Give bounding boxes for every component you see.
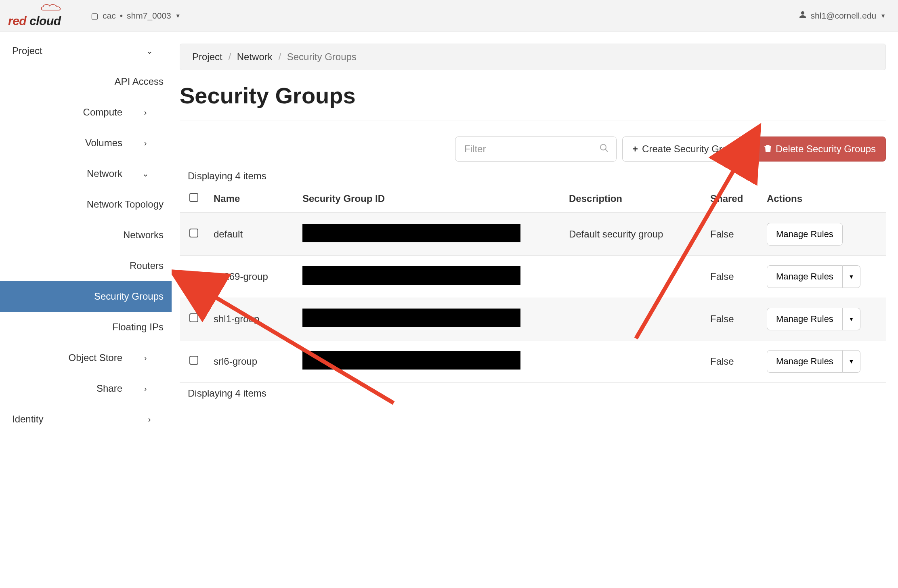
cell-name[interactable]: srl6-group: [208, 340, 297, 383]
actions-dropdown-button[interactable]: ▼: [843, 308, 860, 330]
sidebar: Project ⌄ API Access Compute › Volumes ›…: [0, 32, 172, 588]
sidebar-label: Networks: [123, 229, 164, 241]
sidebar-project[interactable]: Project ⌄: [0, 36, 172, 66]
topbar: red cloud ▢ cac • shm7_0003 ▼ shl1@corne…: [0, 0, 898, 32]
sidebar-object-store[interactable]: Object Store ›: [0, 342, 172, 373]
sidebar-label: Compute: [83, 107, 122, 118]
toolbar: + Create Security Group Delete Security …: [180, 136, 886, 162]
cell-id: [297, 256, 563, 298]
cell-shared: False: [705, 340, 761, 383]
trash-icon: [764, 143, 772, 155]
caret-down-icon: ▼: [175, 13, 181, 19]
displaying-count-bottom: Displaying 4 items: [188, 388, 886, 399]
sidebar-label: API Access: [115, 76, 164, 87]
svg-line-1: [605, 149, 608, 152]
security-groups-table: Name Security Group ID Description Share…: [180, 185, 886, 383]
sidebar-identity[interactable]: Identity ›: [0, 404, 172, 435]
button-label: Delete Security Groups: [776, 143, 876, 155]
delete-security-groups-button[interactable]: Delete Security Groups: [754, 136, 886, 162]
col-shared[interactable]: Shared: [705, 185, 761, 213]
row-checkbox[interactable]: [189, 313, 198, 322]
manage-rules-button[interactable]: Manage Rules: [767, 308, 843, 330]
cell-actions: Manage Rules▼: [761, 256, 886, 298]
cell-shared: False: [705, 298, 761, 340]
displaying-count-top: Displaying 4 items: [188, 170, 886, 182]
cell-name[interactable]: kb269-group: [208, 256, 297, 298]
breadcrumb-network[interactable]: Network: [237, 51, 273, 62]
chevron-right-icon: ›: [139, 415, 159, 424]
create-security-group-button[interactable]: + Create Security Group: [622, 136, 749, 162]
cell-name[interactable]: default: [208, 213, 297, 256]
actions-dropdown-button[interactable]: ▼: [843, 265, 860, 288]
cell-description: [563, 256, 705, 298]
col-actions: Actions: [761, 185, 886, 213]
sidebar-label: Network: [87, 168, 122, 179]
project-selector[interactable]: ▢ cac • shm7_0003 ▼: [91, 11, 181, 21]
caret-down-icon: ▼: [880, 13, 886, 19]
main-content: Project / Network / Security Groups Secu…: [172, 32, 898, 588]
sidebar-label: Security Groups: [94, 291, 164, 302]
project-prefix: cac: [103, 11, 116, 21]
cell-actions: Manage Rules▼: [761, 298, 886, 340]
chevron-down-icon: ⌄: [135, 169, 155, 178]
sidebar-compute[interactable]: Compute ›: [0, 97, 172, 128]
select-all-checkbox[interactable]: [189, 193, 198, 202]
user-menu[interactable]: shl1@cornell.edu ▼: [799, 10, 890, 21]
sidebar-security-groups[interactable]: Security Groups: [0, 281, 172, 312]
page-title: Security Groups: [180, 82, 886, 109]
manage-rules-button[interactable]: Manage Rules: [767, 265, 843, 288]
breadcrumb-project[interactable]: Project: [192, 51, 222, 62]
search-icon[interactable]: [600, 144, 608, 155]
table-row: srl6-groupFalseManage Rules▼: [180, 340, 886, 383]
cell-shared: False: [705, 256, 761, 298]
button-label: Create Security Group: [642, 143, 739, 155]
chevron-right-icon: ›: [135, 353, 155, 363]
row-checkbox[interactable]: [189, 273, 198, 282]
sidebar-label: Project: [12, 45, 42, 57]
col-description[interactable]: Description: [563, 185, 705, 213]
domain-icon: ▢: [91, 11, 99, 21]
sidebar-api-access[interactable]: API Access: [0, 66, 172, 97]
col-name[interactable]: Name: [208, 185, 297, 213]
caret-down-icon: ▼: [848, 273, 854, 280]
row-checkbox[interactable]: [189, 229, 198, 237]
breadcrumb: Project / Network / Security Groups: [180, 44, 886, 70]
caret-down-icon: ▼: [848, 316, 854, 322]
sidebar-share[interactable]: Share ›: [0, 373, 172, 404]
sidebar-volumes[interactable]: Volumes ›: [0, 128, 172, 158]
sidebar-label: Floating IPs: [112, 321, 164, 333]
logo[interactable]: red cloud: [8, 4, 71, 28]
sidebar-floating-ips[interactable]: Floating IPs: [0, 312, 172, 342]
cell-name[interactable]: shl1-group: [208, 298, 297, 340]
filter-wrap: [455, 136, 617, 162]
svg-point-0: [600, 145, 606, 150]
cell-description: [563, 340, 705, 383]
sidebar-network[interactable]: Network ⌄: [0, 158, 172, 189]
redacted-id: [302, 266, 520, 285]
sidebar-label: Identity: [12, 414, 43, 425]
sidebar-label: Routers: [130, 260, 164, 271]
logo-red: red: [8, 14, 26, 27]
table-row: kb269-groupFalseManage Rules▼: [180, 256, 886, 298]
sidebar-label: Network Topology: [87, 199, 164, 210]
redacted-id: [302, 224, 520, 242]
cell-description: Default security group: [563, 213, 705, 256]
sidebar-label: Share: [97, 383, 122, 394]
filter-input[interactable]: [455, 136, 617, 162]
plus-icon: +: [632, 143, 638, 155]
redacted-id: [302, 309, 520, 327]
manage-rules-button[interactable]: Manage Rules: [767, 350, 843, 373]
divider: [180, 120, 886, 120]
row-checkbox[interactable]: [189, 356, 198, 365]
sidebar-networks[interactable]: Networks: [0, 220, 172, 250]
sidebar-network-topology[interactable]: Network Topology: [0, 189, 172, 220]
manage-rules-button[interactable]: Manage Rules: [767, 223, 843, 246]
col-id[interactable]: Security Group ID: [297, 185, 563, 213]
sidebar-routers[interactable]: Routers: [0, 250, 172, 281]
table-row: defaultDefault security groupFalseManage…: [180, 213, 886, 256]
cell-description: [563, 298, 705, 340]
redacted-id: [302, 351, 520, 370]
cell-id: [297, 213, 563, 256]
actions-dropdown-button[interactable]: ▼: [843, 350, 860, 373]
project-name: shm7_0003: [127, 11, 171, 21]
